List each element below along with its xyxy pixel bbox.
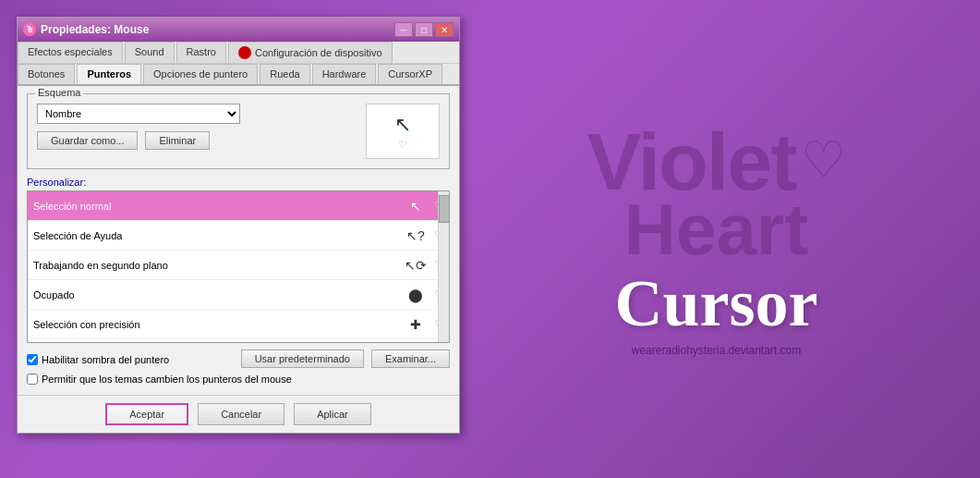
list-item-text: Ocupado [33,289,397,300]
theme-checkbox[interactable] [27,374,38,385]
theme-checkbox-label: Permitir que los temas cambien los punte… [42,374,292,385]
shadow-checkbox[interactable] [27,354,38,365]
minimize-button[interactable]: ─ [394,22,413,37]
cancelar-button[interactable]: Cancelar [198,403,284,425]
tab-efectos-especiales[interactable]: Efectos especiales [18,42,123,63]
watermark-cursor: Cursor [615,270,818,337]
esquema-dropdown[interactable]: Nombre [37,104,240,124]
dialog-title: Propiedades: Mouse [41,23,149,36]
list-item-cursor-busy: ⬤ [397,288,434,302]
list-item[interactable]: Selección de Ayuda ↖? ♡ [28,221,449,251]
list-item-cursor-work: ↖⟳ [397,258,434,273]
tab-hardware[interactable]: Hardware [312,64,377,84]
list-item-text: Selección normal [33,201,397,212]
watermark-heart: Heart [624,193,808,265]
personalizar-label: Personalizar: [27,177,450,188]
shadow-checkbox-label: Habilitar sombra del puntero [42,354,169,365]
top-tab-row: Efectos especiales Sound Rastro Configur… [18,42,459,64]
preview-cursor-arrow: ↖ [394,113,411,137]
dialog-footer: Aceptar Cancelar Aplicar [18,395,459,433]
theme-checkbox-row: Permitir que los temas cambien los punte… [27,374,450,385]
list-item-cursor-help: ↖? [397,228,434,243]
bottom-controls-row: Habilitar sombra del puntero Usar predet… [27,349,450,368]
scrollbar-thumb[interactable] [439,195,450,223]
watermark: Violet ♡ Heart Cursor weareradiohysteria… [453,0,980,478]
list-item-text: Selección con precisión [33,319,397,330]
watermark-url: weareradiohysteria.deviantart.com [632,344,801,357]
tab-rueda[interactable]: Rueda [260,64,309,84]
title-bar-controls: ─ □ ✕ [394,22,454,37]
tab-opciones-puntero[interactable]: Opciones de puntero [143,64,258,84]
mouse-properties-dialog: 🖱 Propiedades: Mouse ─ □ ✕ Efectos espec… [17,17,460,434]
close-button[interactable]: ✕ [435,22,454,37]
title-bar: 🖱 Propiedades: Mouse ─ □ ✕ [18,18,459,42]
esquema-btn-row: Guardar como... Eliminar [37,131,349,150]
list-item-text: Selección de Ayuda [33,230,397,241]
tab-rastro[interactable]: Rastro [176,42,226,63]
tab-punteros[interactable]: Punteros [77,64,141,84]
esquema-label: Esquema [35,87,83,98]
preview-heart: ♡ [398,139,407,151]
cursor-preview: ↖ ♡ [366,104,440,159]
list-scrollbar[interactable] [438,191,449,342]
list-item[interactable]: Selección normal ↖ ♡ [28,191,449,221]
maximize-button[interactable]: □ [415,22,433,37]
list-item-cursor: ↖ [397,199,434,214]
list-item[interactable]: Ocupado ⬤ ♡ [28,280,449,310]
aceptar-button[interactable]: Aceptar [105,403,188,425]
shadow-checkbox-row: Habilitar sombra del puntero [27,354,169,365]
guardar-como-button[interactable]: Guardar como... [37,131,138,150]
watermark-heart-symbol: ♡ [801,130,846,190]
list-item[interactable]: Trabajando en segundo plano ↖⟳ ♡ [28,251,449,280]
tab-configuracion[interactable]: Configuración de dispositivo [228,42,393,63]
tab-cursorxp[interactable]: CursorXP [378,64,442,84]
predeterminado-button[interactable]: Usar predeterminado [241,349,364,368]
dialog-content: Esquema Nombre Guardar como... Eliminar … [18,86,459,395]
esquema-group: Esquema Nombre Guardar como... Eliminar … [27,93,450,169]
dialog-icon: 🖱 [23,23,36,36]
tab-configuracion-label: Configuración de dispositivo [255,47,382,58]
esquema-left: Nombre Guardar como... Eliminar [37,104,349,150]
list-item-cursor-cross: ✚ [397,317,434,332]
bottom-tab-row: Botones Punteros Opciones de puntero Rue… [18,64,459,86]
list-item[interactable]: Selección con precisión ✚ ♡ [28,310,449,339]
examinar-button[interactable]: Examinar... [371,349,450,368]
tab-sound[interactable]: Sound [125,42,175,63]
cursor-list[interactable]: Selección normal ↖ ♡ Selección de Ayuda … [27,190,450,343]
tab-botones[interactable]: Botones [18,64,75,84]
aplicar-button[interactable]: Aplicar [294,403,371,425]
list-item-text: Trabajando en segundo plano [33,260,397,271]
configuracion-icon [238,46,251,59]
eliminar-button[interactable]: Eliminar [145,131,210,150]
